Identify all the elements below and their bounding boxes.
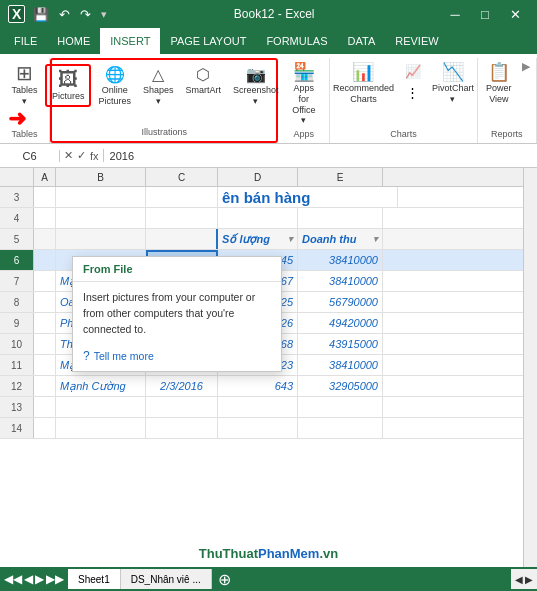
- tab-data[interactable]: DATA: [338, 28, 386, 54]
- cell-e12[interactable]: 32905000: [298, 376, 383, 396]
- cell-a4[interactable]: [34, 208, 56, 228]
- red-arrow-icon: ➜: [8, 108, 26, 130]
- cell-e11[interactable]: 38410000: [298, 355, 383, 375]
- cell-e9[interactable]: 49420000: [298, 313, 383, 333]
- cell-a12[interactable]: [34, 376, 56, 396]
- cell-e6[interactable]: 38410000: [298, 250, 383, 270]
- save-icon[interactable]: 💾: [31, 7, 51, 22]
- reports-group-label: Reports: [491, 129, 523, 141]
- tooltip-description: Insert pictures from your computer or fr…: [73, 282, 281, 345]
- ribbon-group-charts: 📊 RecommendedCharts 📈 ⋮ 📉 PivotChart▾ Ch…: [330, 58, 478, 143]
- power-view-button[interactable]: 📋 PowerView: [481, 60, 517, 108]
- redo-icon[interactable]: ↷: [78, 7, 93, 22]
- cell-d5[interactable]: Số lượng▾: [218, 229, 298, 249]
- cell-d3[interactable]: ên bán hàng: [218, 187, 398, 207]
- cell-c12[interactable]: 2/3/2016: [146, 376, 218, 396]
- col-header-c[interactable]: C: [146, 168, 218, 186]
- cell-e7[interactable]: 38410000: [298, 271, 383, 291]
- row-number: 10: [0, 334, 34, 354]
- cell-b14[interactable]: [56, 418, 146, 438]
- cell-a7[interactable]: [34, 271, 56, 291]
- cancel-formula-icon[interactable]: ✕: [64, 149, 73, 162]
- close-button[interactable]: ✕: [501, 0, 529, 28]
- row-number: 8: [0, 292, 34, 312]
- pictures-button[interactable]: 🖼 Pictures: [45, 64, 92, 107]
- tooltip-link[interactable]: ? Tell me more: [73, 345, 281, 371]
- maximize-button[interactable]: □: [471, 0, 499, 28]
- cell-e5[interactable]: Doanh thu▾: [298, 229, 383, 249]
- confirm-formula-icon[interactable]: ✓: [77, 149, 86, 162]
- apps-for-office-icon: 🏪: [293, 63, 315, 81]
- col-header-e[interactable]: E: [298, 168, 383, 186]
- bar-chart-button[interactable]: 📈: [401, 62, 425, 81]
- formula-input[interactable]: 2016: [104, 150, 537, 162]
- cell-b3[interactable]: [56, 187, 146, 207]
- sheet-nav-next[interactable]: ▶: [35, 572, 44, 586]
- cell-b13[interactable]: [56, 397, 146, 417]
- cell-e8[interactable]: 56790000: [298, 292, 383, 312]
- scatter-chart-button[interactable]: ⋮: [401, 83, 425, 102]
- smartart-button[interactable]: ⬡ SmartArt: [180, 64, 226, 99]
- cell-a11[interactable]: [34, 355, 56, 375]
- cell-a14[interactable]: [34, 418, 56, 438]
- cell-d14[interactable]: [218, 418, 298, 438]
- cell-a9[interactable]: [34, 313, 56, 333]
- col-header-b[interactable]: B: [56, 168, 146, 186]
- cell-a3[interactable]: [34, 187, 56, 207]
- undo-icon[interactable]: ↶: [57, 7, 72, 22]
- cell-a8[interactable]: [34, 292, 56, 312]
- pivotchart-button[interactable]: 📉 PivotChart▾: [427, 60, 479, 108]
- cell-a10[interactable]: [34, 334, 56, 354]
- cell-b5[interactable]: [56, 229, 146, 249]
- minimize-button[interactable]: ─: [441, 0, 469, 28]
- cell-c5[interactable]: [146, 229, 218, 249]
- cell-a5[interactable]: [34, 229, 56, 249]
- column-header-row: A B C D E: [0, 168, 537, 187]
- filter-d5-icon[interactable]: ▾: [288, 234, 293, 244]
- cell-c13[interactable]: [146, 397, 218, 417]
- sheet-nav-prev[interactable]: ◀: [24, 572, 33, 586]
- tab-review[interactable]: REVIEW: [385, 28, 448, 54]
- cell-d12[interactable]: 643: [218, 376, 298, 396]
- add-sheet-button[interactable]: ⊕: [212, 570, 237, 589]
- tab-insert[interactable]: INSERT: [100, 28, 160, 54]
- tables-button[interactable]: ⊞ Tables▾: [6, 60, 42, 110]
- cell-e13[interactable]: [298, 397, 383, 417]
- recommended-charts-button[interactable]: 📊 RecommendedCharts: [328, 60, 399, 108]
- cell-a6[interactable]: [34, 250, 56, 270]
- cell-e4[interactable]: [298, 208, 383, 228]
- cell-c4[interactable]: [146, 208, 218, 228]
- scroll-right-icon[interactable]: ▶: [525, 574, 533, 585]
- online-pictures-button[interactable]: 🌐 OnlinePictures: [93, 64, 136, 110]
- sheet-tab-sheet1[interactable]: Sheet1: [68, 569, 121, 589]
- cell-reference[interactable]: C6: [0, 150, 60, 162]
- shapes-button[interactable]: △ Shapes▾: [138, 64, 179, 110]
- tab-home[interactable]: HOME: [47, 28, 100, 54]
- tab-file[interactable]: FILE: [4, 28, 47, 54]
- cell-a13[interactable]: [34, 397, 56, 417]
- sheet-tab-ds-nhanvie[interactable]: DS_Nhân viê ...: [121, 569, 212, 589]
- row-number: 3: [0, 187, 34, 207]
- sheet-nav-first[interactable]: ◀◀: [4, 572, 22, 586]
- cell-b4[interactable]: [56, 208, 146, 228]
- scroll-left-icon[interactable]: ◀: [515, 574, 523, 585]
- apps-for-office-button[interactable]: 🏪 Apps forOffice ▾: [284, 60, 323, 129]
- sheet-nav-last[interactable]: ▶▶: [46, 572, 64, 586]
- cell-d13[interactable]: [218, 397, 298, 417]
- screenshot-button[interactable]: 📷 Screenshot▾: [228, 64, 284, 110]
- filter-e5-icon[interactable]: ▾: [373, 234, 378, 244]
- ribbon-scroll-right[interactable]: ▶: [519, 60, 533, 73]
- cell-e10[interactable]: 43915000: [298, 334, 383, 354]
- cell-e14[interactable]: [298, 418, 383, 438]
- tab-formulas[interactable]: FORMULAS: [256, 28, 337, 54]
- cell-d4[interactable]: [218, 208, 298, 228]
- col-header-a[interactable]: A: [34, 168, 56, 186]
- tooltip-link-text[interactable]: Tell me more: [94, 350, 154, 362]
- cell-c3[interactable]: [146, 187, 218, 207]
- cell-b12[interactable]: Mạnh Cường: [56, 376, 146, 396]
- insert-function-icon[interactable]: fx: [90, 150, 99, 162]
- tab-pagelayout[interactable]: PAGE LAYOUT: [160, 28, 256, 54]
- cell-c14[interactable]: [146, 418, 218, 438]
- col-header-d[interactable]: D: [218, 168, 298, 186]
- vertical-scrollbar[interactable]: [523, 168, 537, 591]
